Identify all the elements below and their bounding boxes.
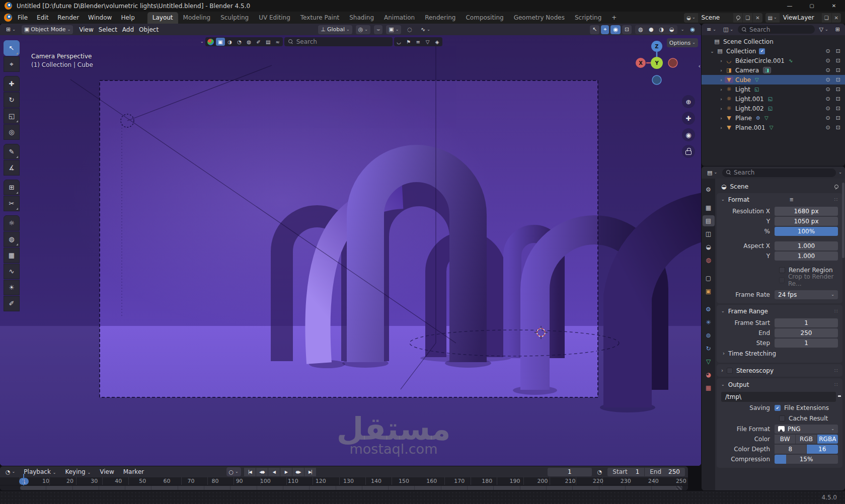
shading-rendered-icon[interactable]: ◒ [667,26,677,34]
viewport-menu-item[interactable]: View [76,25,96,34]
properties-scrollbar[interactable] [842,183,844,258]
outliner-item-label[interactable]: Cube [733,76,751,83]
shield-check-icon[interactable]: ◈ [433,38,442,46]
workspace-tab[interactable]: Shading [344,12,379,24]
options-button[interactable]: Options⌄ [667,38,698,47]
panel-title[interactable]: Stereoscopy [736,367,774,374]
subpanel-title[interactable]: Time Stretching [728,350,776,357]
jump-to-end-button[interactable]: ▶| [304,468,316,476]
frame-start-field[interactable]: 1 [775,318,838,327]
expand-chevron-icon[interactable]: › [718,58,725,63]
current-frame-field[interactable]: 1 [548,468,592,476]
color-depth-option[interactable]: 8 [775,445,806,454]
outliner-item-label[interactable]: BézierCircle.001 [733,57,785,64]
tab-constraints[interactable]: ↻ [703,343,715,354]
editor-type-button[interactable]: ⊞⌄ [4,25,18,34]
outliner-item-label[interactable]: Light.001 [733,96,764,103]
shading-solid-icon[interactable]: ● [646,26,656,34]
maximize-button[interactable]: ▢ [801,0,823,12]
properties-search[interactable] [722,169,836,177]
jump-to-start-button[interactable]: |◀ [244,468,256,476]
light-brush-tool[interactable]: ✐ [4,296,20,311]
close-button[interactable]: ✕ [823,0,845,12]
render-camera-icon[interactable]: ⊡ [836,57,840,64]
timeline-ruler[interactable]: 1020304050607080901001101201301401501601… [0,477,688,485]
add-cube-tool[interactable]: ⊞ [4,180,20,195]
camera-view-icon[interactable]: ◉ [682,128,695,141]
shading-wireframe-icon[interactable]: ◍ [636,26,646,34]
snap-toggle[interactable]: ⌣ [374,25,382,34]
viewport-canvas[interactable] [0,35,701,466]
annotate-tool[interactable]: ✎ [4,144,20,159]
sphere-paint-tool[interactable]: ◍ [4,231,20,247]
globe-icon[interactable]: ◍ [245,38,254,46]
panel-title[interactable]: Format [728,196,749,203]
expand-chevron-icon[interactable]: › [718,68,725,73]
workspace-tab[interactable]: Modeling [178,12,216,24]
mesh-paint-tool[interactable]: ▦ [4,247,20,263]
render-camera-icon[interactable]: ⊡ [836,124,840,131]
tab-output[interactable]: ▤ [703,215,715,226]
tab-scene[interactable]: ◒ [703,241,715,253]
eye-icon[interactable]: ⊙ [826,67,830,73]
workspace-tab[interactable]: Geometry Nodes [509,12,570,24]
tab-material[interactable]: ◕ [703,369,715,380]
render-camera-icon[interactable]: ⊡ [836,86,840,93]
viewport-search-input[interactable] [296,38,389,45]
file-extensions-checkbox[interactable]: ✔ [775,405,781,411]
viewport-menu-item[interactable]: Add [120,25,136,34]
light-paint-tool[interactable]: ☼ [4,215,20,231]
expand-chevron-icon[interactable]: › [718,106,725,111]
render-camera-icon[interactable]: ⊡ [836,67,840,73]
select-box-tool[interactable]: ↖ [4,40,20,56]
playback-menu[interactable]: Playback ⌄ [21,467,59,476]
tree-list-icon[interactable]: ≡ [414,38,423,46]
chevron-down-icon[interactable]: ⌄ [838,171,842,175]
tab-render[interactable]: ▦ [703,202,715,213]
eye-icon[interactable]: ⊙ [826,124,830,131]
tab-view-layer[interactable]: ◫ [703,228,715,239]
aspect-x-field[interactable]: 1.000 [775,241,838,250]
resolution-percentage-slider[interactable]: 100% [775,227,838,236]
menu-item[interactable]: Edit [32,13,53,22]
eye-icon[interactable]: ⊙ [826,115,830,121]
eye-icon[interactable]: ⊙ [826,57,830,64]
render-camera-icon[interactable]: ⊡ [836,48,840,54]
unlink-scene-button[interactable]: ✕ [753,13,762,23]
remove-viewlayer-button[interactable]: ✕ [832,13,841,23]
sync-mode-button[interactable]: ○⌄ [226,467,241,476]
presets-icon[interactable]: ≣ [790,197,794,202]
menu-item[interactable]: Window [84,13,116,22]
menu-item[interactable]: File [13,13,32,22]
clipboard-icon[interactable]: ▤ [264,38,273,46]
panel-grip-icon[interactable]: ∷ [834,368,838,373]
tab-physics[interactable]: ⊚ [703,330,715,341]
outliner-item-label[interactable]: Plane.001 [733,124,765,131]
outliner-row[interactable]: › ☼ Light ◱ ⊙⊡ [702,85,845,94]
color-mode-option[interactable]: RGBA [817,435,838,444]
editor-type-button[interactable]: ▤⌄ [705,168,720,177]
properties-search-input[interactable] [734,169,832,176]
frame-end-field[interactable]: 250 [775,328,838,338]
pan-hand-icon[interactable]: ✚ [682,112,695,125]
outliner-row[interactable]: › ☼ Light.001 ◱ ⊙⊡ [702,94,845,104]
play-button[interactable]: ▶ [280,468,292,476]
overlays-toggle-icon[interactable]: ◉ [610,25,621,34]
region-collapse-arrow[interactable]: ‹ [699,63,701,69]
pin-icon[interactable] [834,185,838,189]
eye-icon[interactable]: ⊙ [826,48,830,54]
end-frame-field[interactable]: End250 [645,468,685,476]
viewport-camera-icon[interactable]: ◉ [687,25,698,34]
filter-funnel-icon[interactable]: ▽ [423,38,432,46]
falloff-selector[interactable]: ∿⌄ [418,25,433,34]
outliner-item-label[interactable]: Plane [733,115,752,122]
outliner-row[interactable]: ⌄ ▤ Collection ✔ ⊙⊡ [702,46,845,56]
expand-chevron-icon[interactable]: › [718,77,725,82]
outliner-row[interactable]: › ◡ BézierCircle.001 ∿ ⊙⊡ [702,56,845,65]
render-camera-icon[interactable]: ⊡ [836,76,840,83]
preview-range-icon[interactable]: ◔ [595,467,605,476]
zoom-icon[interactable]: ⊕ [682,95,695,108]
cursor-tool[interactable]: ⌖ [4,56,20,72]
aspect-y-field[interactable]: 1.000 [775,251,838,261]
expand-chevron-icon[interactable]: ⌄ [709,49,716,54]
